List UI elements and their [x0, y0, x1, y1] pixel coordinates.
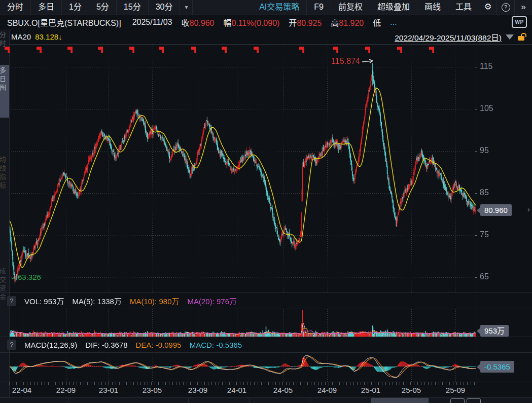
- high-label: 高: [331, 19, 339, 27]
- open-label: 开: [289, 19, 297, 27]
- high-annotation-arrow: [362, 57, 377, 66]
- toolbar-item-工具[interactable]: 工具: [448, 0, 479, 15]
- price-tick-mark: [475, 67, 477, 67]
- price-tick-label: 95: [480, 146, 489, 155]
- high-annotation: 115.874: [284, 57, 360, 66]
- last-price-badge: 80.960: [480, 204, 512, 216]
- price-tick-label: 75: [480, 230, 489, 239]
- collapse-right-chevron[interactable]: ›: [527, 205, 530, 213]
- gear-icon: ⚙: [484, 2, 491, 12]
- left-strip-glyphs: 分时: [0, 31, 7, 49]
- chevron-down-icon[interactable]: ▾: [180, 0, 193, 15]
- quote-overflow-ellipsis[interactable]: ...: [390, 18, 397, 27]
- scrollbar-zoom-out-button[interactable]: [450, 398, 465, 403]
- x-axis-label: 25-01: [361, 386, 380, 394]
- volume-badge: 953万: [480, 325, 509, 337]
- scrollbar-segment-border: [249, 398, 250, 403]
- toolbar-item-超级叠加[interactable]: 超级叠加: [370, 0, 417, 15]
- divider: [0, 337, 532, 337]
- x-axis-label: 24-09: [317, 386, 337, 394]
- toolbar-item-画线[interactable]: 画线: [417, 0, 448, 15]
- volume-ma10: MA(10): 980万: [130, 296, 180, 306]
- x-axis-label: 25-09: [446, 386, 465, 394]
- change-label: 幅: [223, 19, 231, 27]
- scrollbar-segment-border: [310, 398, 310, 403]
- x-axis-label: 24-01: [227, 386, 246, 394]
- change-value: 0.11%(0.090): [231, 19, 279, 27]
- macd-label: MACD(12,26,9): [24, 341, 77, 349]
- scrollbar-segment-border: [68, 398, 68, 403]
- scrollbar-segment-border: [188, 398, 189, 403]
- high-value: 81.920: [339, 19, 364, 27]
- wp-icon[interactable]: WP: [512, 16, 527, 28]
- close-label: 收: [182, 19, 190, 27]
- scrollbar-zoom-in-button[interactable]: [467, 398, 481, 403]
- macd-dea: DEA: -0.0995: [136, 341, 182, 349]
- volume-help-button[interactable]: ?: [7, 296, 16, 306]
- x-axis-label: 23-01: [99, 386, 118, 394]
- toolbar-item-15分[interactable]: 15分: [117, 0, 149, 15]
- price-tick-label: 65: [480, 272, 489, 281]
- divider: [0, 292, 532, 293]
- x-axis-label: 23-09: [188, 386, 207, 394]
- date-range-selector[interactable]: 2022/04/29-2025/11/03(882日): [395, 31, 502, 43]
- x-axis-label: 24-05: [273, 386, 293, 394]
- symbol-name[interactable]: SBUX.O[星巴克(STARBUCKS)]: [7, 16, 121, 28]
- toolbar-spacer: [193, 0, 252, 15]
- unlock-icon[interactable]: [518, 33, 525, 41]
- double-chevron-icon: »: [521, 2, 525, 12]
- price-tick-label: 85: [480, 188, 489, 197]
- toolbar-item-多日[interactable]: 多日: [31, 0, 62, 15]
- divider: [0, 352, 532, 353]
- open-value: 80.925: [297, 19, 322, 27]
- price-tick-mark: [475, 151, 477, 152]
- volume-header: ? VOL: 953万 MA(5): 1338万 MA(10): 980万 MA…: [0, 294, 532, 308]
- top-toolbar: 分时多日1分5分15分30分 ▾ AI交易策略F9前复权超级叠加画线工具 ⚙ ?…: [0, 0, 532, 15]
- divider: [0, 309, 532, 309]
- toolbar-item-分时[interactable]: 分时: [0, 0, 31, 15]
- toolbar-item-前复权[interactable]: 前复权: [331, 0, 370, 15]
- toolbar-item-30分[interactable]: 30分: [149, 0, 181, 15]
- price-tick-label: 115: [480, 62, 493, 71]
- macd-chart-canvas[interactable]: [9, 353, 477, 382]
- x-axis-ticks: [9, 382, 477, 385]
- scrollbar-thumb[interactable]: [371, 398, 429, 403]
- more-button[interactable]: »: [515, 0, 532, 15]
- price-tick-mark: [475, 193, 477, 194]
- price-tick-label: 105: [480, 104, 493, 113]
- toolbar-item-AI交易策略[interactable]: AI交易策略: [252, 0, 307, 15]
- x-axis-label: 22-04: [12, 386, 31, 394]
- volume-chart-canvas[interactable]: [9, 309, 477, 337]
- ma20-value: 83.128↓: [35, 32, 62, 41]
- x-axis-label: 25-05: [402, 386, 421, 394]
- toolbar-item-5分[interactable]: 5分: [89, 0, 117, 15]
- macd-header: ? MACD(12,26,9) DIF: -0.3678 DEA: -0.099…: [0, 338, 532, 352]
- price-tick-mark: [475, 277, 477, 278]
- macd-badge: -0.5365: [480, 361, 514, 373]
- close-value: 80.960: [190, 19, 215, 27]
- candlestick-chart-canvas[interactable]: [9, 45, 477, 292]
- toolbar-item-1分[interactable]: 1分: [62, 0, 89, 15]
- left-strip-glyphs: 均线指标: [0, 156, 7, 191]
- low-annotation: ←63.326: [10, 273, 41, 281]
- toolbar-item-F9[interactable]: F9: [307, 0, 331, 15]
- volume-value: VOL: 953万: [24, 296, 64, 306]
- low-label: 低: [373, 16, 381, 28]
- price-tick-mark: [475, 109, 477, 109]
- x-axis-label: 23-05: [143, 386, 162, 394]
- price-tick-mark: [475, 235, 477, 236]
- volume-ma5: MA(5): 1338万: [72, 296, 122, 306]
- x-axis-label: 22-09: [56, 386, 76, 394]
- triangle-down-icon[interactable]: [506, 34, 514, 40]
- macd-value: MACD: -0.5365: [190, 341, 242, 349]
- quote-date: 2025/11/03: [132, 18, 172, 27]
- help-button[interactable]: ?: [497, 0, 515, 15]
- help-icon: ?: [502, 3, 510, 12]
- trading-app-window: 分时多日1分5分15分30分 ▾ AI交易策略F9前复权超级叠加画线工具 ⚙ ?…: [0, 0, 532, 403]
- indicator-bar: MA20 83.128↓ 2022/04/29-2025/11/03(882日): [0, 29, 532, 45]
- volume-ma20: MA(20): 976万: [187, 296, 237, 306]
- left-strip-glyphs: 多日图: [0, 67, 7, 93]
- settings-button[interactable]: ⚙: [479, 0, 497, 15]
- macd-help-button[interactable]: ?: [7, 340, 16, 350]
- quote-bar: SBUX.O[星巴克(STARBUCKS)] 2025/11/03 收80.96…: [0, 15, 532, 29]
